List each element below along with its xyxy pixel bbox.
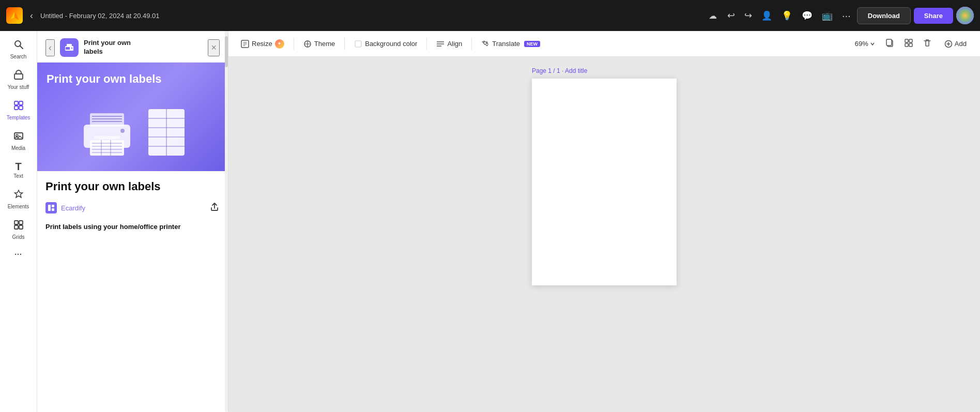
svg-rect-8 — [14, 101, 18, 105]
topbar: ‹ Untitled - February 02, 2024 at 20.49.… — [0, 0, 980, 31]
sidebar-item-more[interactable]: ··· — [3, 246, 35, 263]
svg-rect-19 — [67, 44, 72, 46]
resize-button[interactable]: Resize ✦ — [236, 37, 289, 51]
templates-icon — [13, 100, 24, 113]
back-button[interactable]: ‹ — [27, 7, 36, 24]
align-icon — [436, 40, 445, 48]
redo-button[interactable]: ↪ — [741, 7, 755, 24]
sidebar-label-templates: Templates — [7, 115, 30, 120]
svg-rect-11 — [19, 106, 23, 110]
page-label: Page 1 / 1 · Add title — [532, 67, 587, 74]
app-logo[interactable] — [6, 7, 23, 24]
share-icon — [209, 202, 220, 212]
toolbar-right: 69% — [851, 35, 973, 53]
svg-rect-56 — [909, 43, 912, 47]
add-page-button[interactable]: Add — [938, 37, 973, 51]
author-name[interactable]: Ecardify — [61, 204, 85, 212]
svg-rect-54 — [909, 39, 912, 42]
theme-button[interactable]: Theme — [298, 37, 340, 51]
panel-share-button[interactable] — [209, 202, 220, 215]
sidebar-label-elements: Elements — [8, 204, 29, 209]
page-label-text: Page 1 / 1 · Add title — [532, 67, 587, 74]
sidebar-item-templates[interactable]: Templates — [3, 96, 35, 125]
sidebar-item-elements[interactable]: Elements — [3, 185, 35, 213]
svg-point-35 — [120, 129, 125, 133]
panel-scroll-area[interactable]: Print your own labels — [37, 63, 228, 412]
your-stuff-icon — [13, 70, 24, 83]
svg-rect-16 — [14, 225, 18, 229]
share-button[interactable]: Share — [914, 8, 953, 24]
resize-label: Resize — [252, 40, 272, 48]
translate-new-badge: NEW — [524, 41, 540, 47]
sidebar-item-your-stuff[interactable]: Your stuff — [3, 66, 35, 94]
panel-scrollbar[interactable] — [225, 31, 228, 412]
elements-icon — [13, 189, 24, 202]
align-button[interactable]: Align — [431, 37, 467, 51]
svg-rect-43 — [52, 205, 54, 207]
sidebar-item-grids[interactable]: Grids — [3, 216, 35, 244]
panel-header-icon — [60, 38, 79, 57]
label-grid-illustration — [146, 104, 187, 161]
delete-button[interactable] — [920, 35, 935, 53]
grid-icon — [904, 38, 913, 48]
svg-rect-52 — [886, 39, 892, 45]
svg-rect-27 — [90, 140, 124, 156]
panel-content: Print your own labels Ecardify — [37, 171, 228, 240]
template-panel: ‹ Print your own labels × Print your own… — [37, 31, 228, 412]
present-icon[interactable]: 📺 — [819, 7, 836, 24]
align-label: Align — [447, 40, 462, 48]
canvas-page[interactable] — [532, 79, 677, 285]
duplicate-icon — [885, 38, 895, 48]
more-options-button[interactable]: ··· — [839, 7, 854, 25]
bg-color-button[interactable]: Background color — [349, 37, 422, 51]
bulb-icon[interactable]: 💡 — [778, 7, 795, 24]
author-icon — [45, 202, 57, 213]
grids-icon — [13, 220, 24, 233]
svg-rect-42 — [48, 205, 51, 211]
undo-button[interactable]: ↩ — [724, 7, 738, 24]
download-button[interactable]: Download — [857, 7, 911, 24]
sidebar-item-search[interactable]: Search — [3, 35, 35, 64]
sidebar-item-media[interactable]: Media — [3, 127, 35, 155]
topbar-actions: ↩ ↪ 👤 💡 💬 📺 ··· Download Share — [724, 7, 974, 25]
toolbar-divider-4 — [471, 38, 472, 50]
media-icon — [13, 131, 24, 144]
trash-icon — [923, 38, 932, 48]
svg-rect-44 — [52, 208, 54, 211]
panel-close-button[interactable]: × — [208, 39, 220, 56]
grid-view-button[interactable] — [901, 35, 916, 53]
svg-rect-21 — [66, 47, 70, 50]
zoom-value: 69% — [855, 40, 868, 48]
svg-marker-1 — [14, 11, 19, 20]
sidebar-label-text: Text — [13, 173, 23, 179]
share-people-icon[interactable]: 👤 — [758, 7, 775, 24]
svg-rect-17 — [19, 225, 23, 229]
resize-pro-badge: ✦ — [275, 39, 284, 49]
search-icon — [13, 39, 24, 52]
panel-description: Print labels using your home/office prin… — [45, 222, 220, 232]
panel-header: ‹ Print your own labels × — [37, 31, 228, 63]
author-row: Ecardify — [45, 202, 220, 215]
translate-button[interactable]: Translate NEW — [476, 37, 545, 51]
zoom-chevron-icon — [870, 41, 875, 47]
resize-icon — [241, 40, 249, 48]
svg-rect-7 — [14, 74, 23, 79]
toolbar: Resize ✦ Theme Background color — [228, 31, 980, 57]
panel-header-title: Print your own labels — [84, 39, 131, 56]
canvas-area: Page 1 / 1 · Add title — [228, 57, 980, 412]
cloud-save-icon: ☁ — [706, 8, 720, 24]
panel-back-button[interactable]: ‹ — [45, 39, 55, 56]
zoom-control[interactable]: 69% — [851, 38, 879, 50]
sidebar-item-text[interactable]: T Text — [3, 157, 35, 183]
bg-color-icon — [354, 40, 362, 48]
toolbar-divider-1 — [294, 38, 294, 50]
left-sidebar: Search Your stuff Templates — [0, 31, 37, 412]
duplicate-page-button[interactable] — [882, 35, 898, 53]
main-area: Search Your stuff Templates — [0, 31, 980, 412]
printer-illustration — [79, 104, 135, 161]
canvas-content[interactable]: Page 1 / 1 · Add title — [228, 57, 980, 412]
avatar[interactable] — [956, 7, 974, 24]
comment-icon[interactable]: 💬 — [799, 7, 816, 24]
editor-area: Resize ✦ Theme Background color — [228, 31, 980, 412]
svg-rect-47 — [355, 41, 361, 47]
